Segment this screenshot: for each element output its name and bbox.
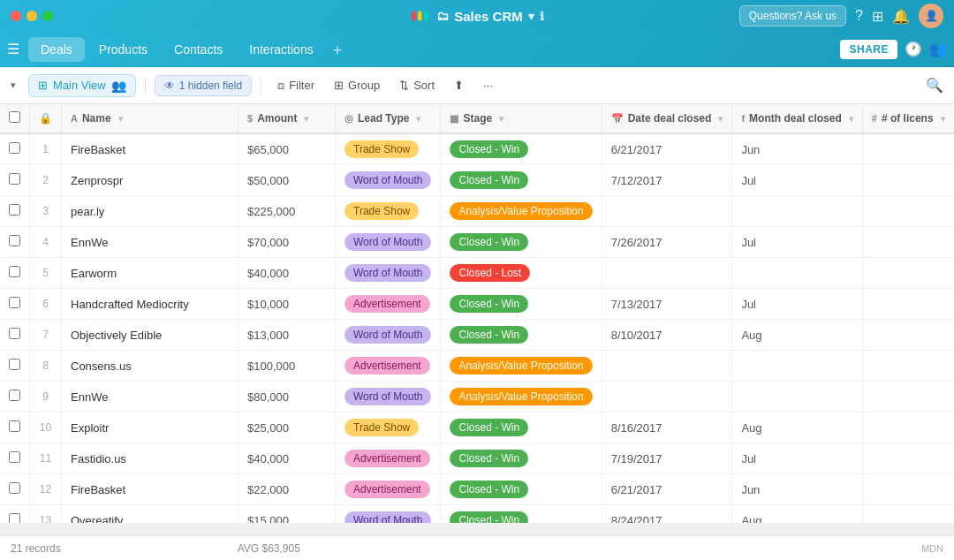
row-stage: Closed - Win <box>441 227 602 258</box>
col-sort-icon[interactable]: ▾ <box>304 114 308 124</box>
row-checkbox[interactable] <box>9 451 20 463</box>
col-header-month-deal-closed[interactable]: fMonth deal closed▾ <box>732 104 862 133</box>
col-header-#-of-licens[interactable]: ## of licens▾ <box>862 104 954 133</box>
col-icon: ◎ <box>344 113 353 125</box>
col-header-lead-type[interactable]: ◎Lead Type▾ <box>336 104 441 133</box>
sort-button[interactable]: ⇅ Sort <box>392 75 442 95</box>
view-dropdown-arrow[interactable]: ▾ <box>11 79 16 91</box>
col-header-name[interactable]: AName▾ <box>62 104 238 133</box>
row-checkbox[interactable] <box>9 173 20 185</box>
nav-tab-products[interactable]: Products <box>87 37 160 62</box>
hamburger-icon[interactable]: ☰ <box>7 41 19 57</box>
table-row[interactable]: 10Exploitr$25,000Trade ShowClosed - Win8… <box>0 412 954 443</box>
row-amount: $10,000 <box>238 289 336 320</box>
table-row[interactable]: 6Handcrafted Mediocrity$10,000Advertisem… <box>0 289 954 320</box>
table-row[interactable]: 7Objectively Edible$13,000Word of MouthC… <box>0 320 954 351</box>
app-logo: 🗂 Sales CRM ▾ ℹ <box>410 6 544 26</box>
table-row[interactable]: 13Overeatify$15,000Word of MouthClosed -… <box>0 505 954 524</box>
app-title: 🗂 Sales CRM ▾ ℹ <box>436 9 544 24</box>
table-row[interactable]: 5Earworm$40,000Word of MouthClosed - Los… <box>0 258 954 289</box>
lead-badge: Advertisement <box>344 357 430 375</box>
lead-badge: Advertisement <box>344 450 430 467</box>
col-header-amount[interactable]: $Amount▾ <box>238 104 336 133</box>
avatar[interactable]: 👤 <box>919 4 943 28</box>
nav-tab-interactions[interactable]: Interactions <box>237 37 325 62</box>
maximize-button[interactable] <box>42 11 53 21</box>
row-checkbox[interactable] <box>9 420 20 432</box>
row-name: FireBasket <box>62 133 238 165</box>
row-checkbox[interactable] <box>9 142 20 154</box>
grid-icon[interactable]: ⊞ <box>872 8 883 25</box>
table-row[interactable]: 12FireBasket$22,000AdvertisementClosed -… <box>0 474 954 505</box>
row-stage: Analysis/Value Proposition <box>441 196 602 227</box>
row-name: Consens.us <box>62 351 238 382</box>
lead-badge: Word of Mouth <box>344 326 431 344</box>
lead-badge: Trade Show <box>344 140 419 158</box>
col-header-stage[interactable]: ▦Stage▾ <box>441 104 602 133</box>
table-row[interactable]: 9EnnWe$80,000Word of MouthAnalysis/Value… <box>0 382 954 412</box>
ask-us-button[interactable]: Questions? Ask us <box>739 5 846 26</box>
row-checkbox[interactable] <box>9 266 20 277</box>
search-icon[interactable]: 🔍 <box>926 78 943 93</box>
title-dropdown[interactable]: ▾ <box>528 10 534 23</box>
filter-icon: ⧈ <box>277 79 284 93</box>
history-icon[interactable]: 🕐 <box>905 41 922 57</box>
row-amount: $13,000 <box>238 320 336 351</box>
row-date: 6/21/2017 <box>602 133 732 165</box>
minimize-button[interactable] <box>26 11 37 21</box>
row-checkbox[interactable] <box>9 359 20 370</box>
row-checkbox[interactable] <box>9 235 20 246</box>
row-amount: $70,000 <box>238 227 336 258</box>
help-icon[interactable]: ? <box>855 8 863 24</box>
stage-badge: Closed - Win <box>450 326 528 344</box>
table-header: 🔒AName▾$Amount▾◎Lead Type▾▦Stage▾📅Date d… <box>0 104 954 133</box>
row-amount: $40,000 <box>238 258 336 289</box>
table-row[interactable]: 4EnnWe$70,000Word of MouthClosed - Win7/… <box>0 227 954 258</box>
stage-badge: Closed - Lost <box>450 264 530 282</box>
share-button[interactable]: SHARE <box>840 40 897 59</box>
table-row[interactable]: 2Zenprospr$50,000Word of MouthClosed - W… <box>0 165 954 196</box>
toolbar-left: ▾ ⊞ Main View 👥 👁 1 hidden field ⧈ Filte… <box>11 74 500 97</box>
row-number: 13 <box>30 505 62 524</box>
col-sort-icon[interactable]: ▾ <box>849 114 853 124</box>
row-checkbox[interactable] <box>9 204 20 216</box>
col-sort-icon[interactable]: ▾ <box>416 114 420 124</box>
col-sort-icon[interactable]: ▾ <box>941 114 945 124</box>
separator <box>145 77 146 95</box>
col-sort-icon[interactable]: ▾ <box>499 114 504 124</box>
table-row[interactable]: 1FireBasket$65,000Trade ShowClosed - Win… <box>0 133 954 165</box>
hidden-fields-button[interactable]: 👁 1 hidden field <box>155 75 252 96</box>
row-checkbox[interactable] <box>9 297 20 308</box>
col-sort-icon[interactable]: ▾ <box>718 114 723 124</box>
select-all-checkbox[interactable] <box>9 111 20 123</box>
row-month: Jun <box>732 133 862 165</box>
table-row[interactable]: 11Fastidio.us$40,000AdvertisementClosed … <box>0 443 954 474</box>
table-row[interactable]: 8Consens.us$100,000AdvertisementAnalysis… <box>0 351 954 382</box>
lead-badge: Trade Show <box>344 419 419 436</box>
row-checkbox[interactable] <box>9 390 20 401</box>
row-checkbox[interactable] <box>9 482 20 494</box>
row-checkbox[interactable] <box>9 513 20 523</box>
row-lead-type: Trade Show <box>336 412 441 443</box>
row-lead-type: Trade Show <box>336 196 441 227</box>
bell-icon[interactable]: 🔔 <box>892 8 910 25</box>
close-button[interactable] <box>11 11 21 21</box>
table-container[interactable]: 🔒AName▾$Amount▾◎Lead Type▾▦Stage▾📅Date d… <box>0 104 954 523</box>
main-view-button[interactable]: ⊞ Main View 👥 <box>28 74 136 97</box>
users-icon[interactable]: 👥 <box>929 41 947 57</box>
nav-tab-deals[interactable]: Deals <box>28 37 85 62</box>
row-month <box>732 196 862 227</box>
table-row[interactable]: 3pear.ly$225,000Trade ShowAnalysis/Value… <box>0 196 954 227</box>
col-sort-icon[interactable]: ▾ <box>118 114 123 124</box>
add-tab-button[interactable]: ＋ <box>329 39 345 60</box>
group-button[interactable]: ⊞ Group <box>327 75 387 95</box>
nav-tab-contacts[interactable]: Contacts <box>162 37 235 62</box>
lead-badge: Word of Mouth <box>344 264 431 282</box>
col-header-date-deal-closed[interactable]: 📅Date deal closed▾ <box>602 104 732 133</box>
row-checkbox[interactable] <box>9 328 20 339</box>
row-month: Aug <box>732 505 862 524</box>
export-button[interactable]: ⬆ <box>447 75 471 95</box>
filter-button[interactable]: ⧈ Filter <box>270 75 322 96</box>
more-button[interactable]: ··· <box>476 75 500 95</box>
info-icon[interactable]: ℹ <box>540 10 544 23</box>
